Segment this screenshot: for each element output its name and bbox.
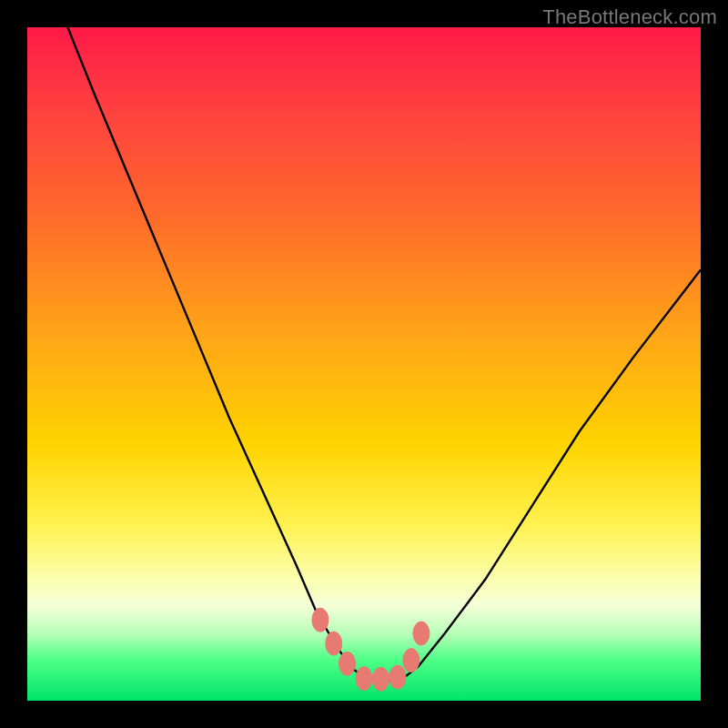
plot-area	[27, 27, 701, 701]
curve-svg	[27, 27, 701, 701]
highlight-dot	[326, 632, 342, 655]
highlight-dot	[339, 652, 356, 675]
highlight-dot	[403, 649, 420, 672]
watermark-text: TheBottleneck.com	[542, 5, 717, 29]
bottleneck-curve-path	[67, 27, 701, 681]
highlight-dots-group	[312, 608, 430, 691]
chart-frame: TheBottleneck.com	[0, 0, 728, 728]
highlight-dot	[389, 665, 406, 689]
highlight-dot	[373, 667, 389, 691]
highlight-dot	[356, 667, 372, 691]
highlight-dot	[413, 622, 430, 645]
highlight-dot	[312, 608, 329, 632]
